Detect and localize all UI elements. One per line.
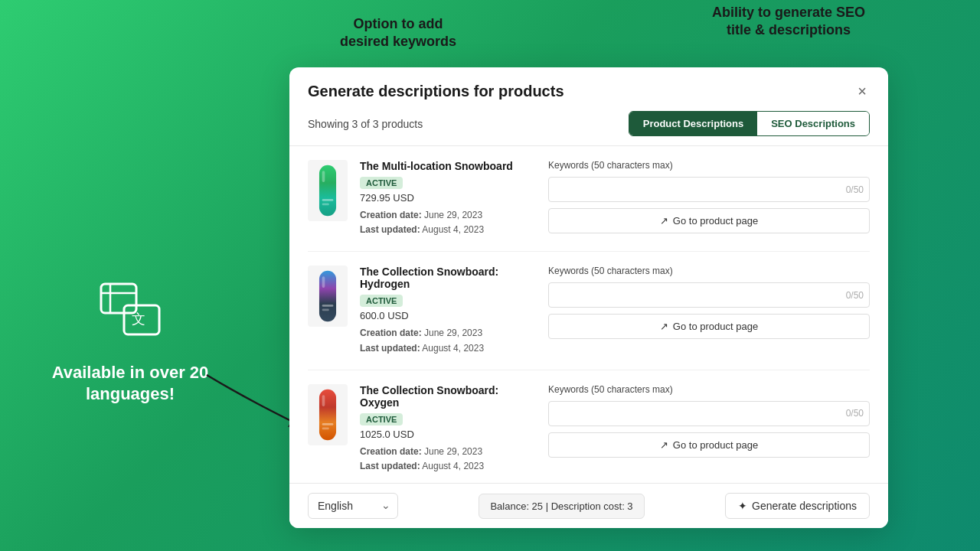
svg-rect-11 — [322, 199, 334, 201]
language-selector[interactable]: EnglishFrenchSpanishGermanItalianPortugu… — [308, 493, 398, 519]
product-image — [308, 266, 348, 327]
keywords-label: Keywords (50 characters max) — [548, 266, 870, 276]
generate-label: Generate descriptions — [752, 500, 857, 512]
keywords-label: Keywords (50 characters max) — [548, 160, 870, 171]
goto-label: Go to product page — [673, 215, 758, 227]
product-badge: ACTIVE — [360, 295, 403, 307]
annotation-languages: Available in over 20 languages! — [46, 362, 214, 406]
keywords-input[interactable] — [548, 401, 870, 426]
goto-label: Go to product page — [673, 439, 758, 451]
tab-product-descriptions[interactable]: Product Descriptions — [629, 112, 757, 135]
keywords-input-wrap: 0/50 — [548, 401, 870, 426]
product-price: 1025.0 USD — [360, 429, 536, 440]
balance-text: Balance: 25 | Description cost: 3 — [479, 494, 644, 519]
keywords-count: 0/50 — [846, 184, 864, 195]
product-name: The Multi-location Snowboard — [360, 160, 536, 172]
annotation-seo: Ability to generate SEO title & descript… — [681, 4, 896, 40]
goto-product-button[interactable]: ↗ Go to product page — [548, 432, 870, 458]
external-link-icon: ↗ — [660, 439, 668, 451]
keywords-input-wrap: 0/50 — [548, 282, 870, 308]
svg-rect-10 — [322, 171, 325, 182]
product-image — [308, 384, 348, 445]
product-info: The Collection Snowboard: Hydrogen ACTIV… — [360, 266, 536, 355]
svg-rect-13 — [319, 271, 336, 321]
annotation-keywords: Option to add desired keywords — [322, 15, 475, 51]
product-info: The Collection Snowboard: Oxygen ACTIVE … — [360, 384, 536, 474]
showing-text: Showing 3 of 3 products — [308, 118, 423, 130]
product-list: The Multi-location Snowboard ACTIVE 729.… — [289, 146, 888, 483]
svg-text:文: 文 — [132, 311, 145, 327]
svg-rect-20 — [322, 427, 329, 429]
modal-title: Generate descriptions for products — [308, 83, 564, 100]
product-price: 600.0 USD — [360, 310, 536, 321]
keywords-label: Keywords (50 characters max) — [548, 384, 870, 395]
generate-button[interactable]: ✦ Generate descriptions — [725, 493, 870, 519]
keywords-input-wrap: 0/50 — [548, 177, 870, 202]
svg-rect-9 — [319, 165, 336, 216]
svg-rect-19 — [322, 423, 334, 425]
external-link-icon: ↗ — [660, 215, 668, 227]
product-keywords: Keywords (50 characters max) 0/50 ↗ Go t… — [548, 384, 870, 458]
product-badge: ACTIVE — [360, 413, 403, 425]
tab-group: Product Descriptions SEO Descriptions — [629, 111, 870, 136]
product-price: 729.95 USD — [360, 192, 536, 204]
keywords-input[interactable] — [548, 177, 870, 202]
svg-rect-14 — [322, 277, 325, 289]
product-info: The Multi-location Snowboard ACTIVE 729.… — [360, 160, 536, 237]
modal-header: Generate descriptions for products × — [289, 67, 888, 100]
translate-icon: 文 — [100, 282, 161, 344]
keywords-count: 0/50 — [846, 290, 864, 301]
goto-label: Go to product page — [673, 321, 758, 332]
product-row: The Collection Snowboard: Oxygen ACTIVE … — [308, 370, 870, 483]
modal-toolbar: Showing 3 of 3 products Product Descript… — [289, 100, 888, 146]
product-keywords: Keywords (50 characters max) 0/50 ↗ Go t… — [548, 160, 870, 233]
external-link-icon: ↗ — [660, 321, 668, 332]
product-keywords: Keywords (50 characters max) 0/50 ↗ Go t… — [548, 266, 870, 339]
svg-rect-17 — [319, 390, 336, 440]
modal: Generate descriptions for products × Sho… — [289, 67, 888, 528]
svg-rect-0 — [101, 284, 136, 313]
svg-rect-12 — [322, 204, 329, 206]
product-badge: ACTIVE — [360, 177, 403, 189]
product-meta: Creation date: June 29, 2023 Last update… — [360, 445, 536, 474]
product-name: The Collection Snowboard: Hydrogen — [360, 266, 536, 290]
product-name: The Collection Snowboard: Oxygen — [360, 384, 536, 409]
generate-icon: ✦ — [738, 500, 747, 512]
svg-rect-16 — [322, 309, 329, 311]
product-meta: Creation date: June 29, 2023 Last update… — [360, 326, 536, 355]
modal-footer: EnglishFrenchSpanishGermanItalianPortugu… — [289, 483, 888, 528]
product-row: The Multi-location Snowboard ACTIVE 729.… — [308, 146, 870, 252]
product-image — [308, 160, 348, 221]
tab-seo-descriptions[interactable]: SEO Descriptions — [757, 112, 869, 135]
close-button[interactable]: × — [854, 83, 870, 100]
svg-rect-15 — [322, 305, 334, 307]
keywords-count: 0/50 — [846, 408, 864, 419]
svg-rect-18 — [322, 395, 325, 406]
language-select[interactable]: EnglishFrenchSpanishGermanItalianPortugu… — [308, 493, 398, 519]
goto-product-button[interactable]: ↗ Go to product page — [548, 314, 870, 339]
keywords-input[interactable] — [548, 282, 870, 308]
product-meta: Creation date: June 29, 2023 Last update… — [360, 208, 536, 237]
goto-product-button[interactable]: ↗ Go to product page — [548, 208, 870, 233]
product-row: The Collection Snowboard: Hydrogen ACTIV… — [308, 252, 870, 370]
